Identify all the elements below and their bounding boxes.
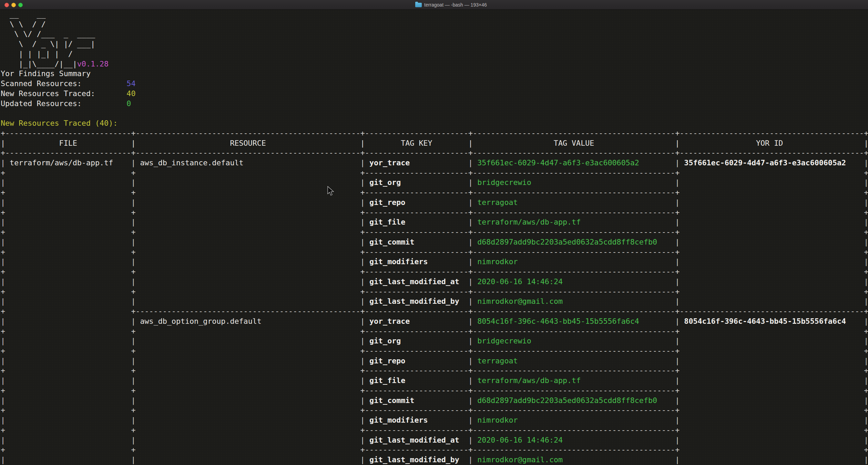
terminal-line: | | | git_org | bridgecrewio | | — [1, 336, 868, 346]
terminal-line: + + +-----------------------+-----------… — [1, 366, 868, 376]
terminal-screen[interactable]: __ __ \ \ / / \ \/ /___ _ ____ \ / _ \| … — [0, 10, 868, 465]
terminal-line: Updated Resources: 0 — [1, 99, 868, 109]
terminal-line: New Resources Traced: 40 — [1, 89, 868, 99]
terminal-line: + +-------------------------------------… — [1, 307, 868, 317]
terminal-line: Scanned Resources: 54 — [1, 79, 868, 89]
terminal-line: \ / _ \| |/ ___| — [1, 39, 868, 49]
terminal-line: + + +-----------------------+-----------… — [1, 168, 868, 178]
terminal-line: | | | git_last_modified_at | 2020-06-16 … — [1, 277, 868, 287]
terminal-line: \ \ / / — [1, 20, 868, 30]
close-button[interactable] — [4, 3, 9, 7]
terminal-line: + + +-----------------------+-----------… — [1, 247, 868, 257]
terminal-line: | | | git_repo | terragoat | | — [1, 198, 868, 208]
window-title: terragoat — -bash — 193×46 — [424, 2, 487, 8]
terminal-line: + + +-----------------------+-----------… — [1, 188, 868, 198]
terminal-line: + + +-----------------------+-----------… — [1, 287, 868, 297]
folder-icon — [415, 3, 422, 7]
terminal-line: | terraform/aws/db-app.tf | aws_db_insta… — [1, 158, 868, 168]
terminal-line: | | | git_file | terraform/aws/db-app.tf… — [1, 217, 868, 227]
terminal-line: +----------------------------+----------… — [1, 128, 868, 138]
terminal-line: | | | git_last_modified_by | nimrodkor@g… — [1, 297, 868, 307]
minimize-button[interactable] — [11, 3, 16, 7]
terminal-line: + + +-----------------------+-----------… — [1, 425, 868, 435]
terminal-line: + + +-----------------------+-----------… — [1, 386, 868, 396]
terminal-line: + + +-----------------------+-----------… — [1, 208, 868, 218]
terminal-line — [1, 108, 868, 118]
window-title-group: terragoat — -bash — 193×46 — [415, 0, 487, 10]
terminal-line: + + +-----------------------+-----------… — [1, 327, 868, 337]
terminal-line: + + +-----------------------+-----------… — [1, 267, 868, 277]
terminal-line: | | | git_file | terraform/aws/db-app.tf… — [1, 376, 868, 386]
terminal-line: | | | git_commit | d68d2897add9bc2203a5e… — [1, 396, 868, 406]
terminal-line: | | | git_commit | d68d2897add9bc2203a5e… — [1, 237, 868, 247]
terminal-output: __ __ \ \ / / \ \/ /___ _ ____ \ / _ \| … — [0, 10, 868, 465]
mouse-cursor — [327, 186, 334, 196]
terminal-line: |_|\____/|__|v0.1.28 — [1, 59, 868, 69]
terminal-line: __ __ — [1, 10, 868, 20]
terminal-line: + + +-----------------------+-----------… — [1, 346, 868, 356]
terminal-window: terragoat — -bash — 193×46 __ __ \ \ / /… — [0, 0, 868, 465]
terminal-line: + + +-----------------------+-----------… — [1, 227, 868, 237]
traffic-lights — [4, 0, 23, 10]
terminal-line: \ \/ /___ _ ____ — [1, 29, 868, 39]
terminal-line: New Resources Traced (40): — [1, 118, 868, 128]
terminal-line: + + +-----------------------+-----------… — [1, 405, 868, 415]
terminal-line: | | |_| | / — [1, 49, 868, 59]
terminal-line: | | | git_modifiers | nimrodkor | | — [1, 257, 868, 267]
terminal-line: | | | git_last_modified_at | 2020-06-16 … — [1, 435, 868, 445]
terminal-line: Yor Findings Summary — [1, 69, 868, 79]
titlebar: terragoat — -bash — 193×46 — [0, 0, 868, 10]
terminal-line: | | | git_last_modified_by | nimrodkor@g… — [1, 455, 868, 465]
terminal-line: | | | git_org | bridgecrewio | | — [1, 178, 868, 188]
terminal-line: +----------------------------+----------… — [1, 148, 868, 158]
terminal-line: | | aws_db_option_group.default | yor_tr… — [1, 317, 868, 327]
terminal-line: | FILE | RESOURCE | TAG KEY | TAG VALUE … — [1, 138, 868, 148]
terminal-line: | | | git_repo | terragoat | | — [1, 356, 868, 366]
terminal-line: + + +-----------------------+-----------… — [1, 445, 868, 455]
terminal-line: | | | git_modifiers | nimrodkor | | — [1, 415, 868, 425]
zoom-button[interactable] — [18, 3, 23, 7]
